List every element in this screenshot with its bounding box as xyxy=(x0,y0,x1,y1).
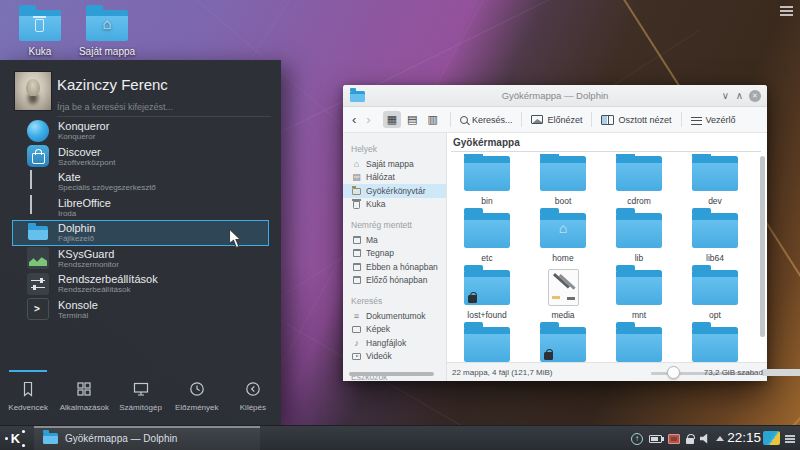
expand-tray-icon[interactable] xyxy=(716,436,724,441)
launcher-app-list: KonquerorKonqueror DiscoverSzoftverközpo… xyxy=(0,118,281,322)
split-view-icon xyxy=(601,115,614,125)
scrollbar-thumb[interactable] xyxy=(760,156,765,337)
tab-favorites[interactable]: Kedvencek xyxy=(0,368,56,420)
folder-item-mnt[interactable]: mnt xyxy=(601,268,677,325)
search-button[interactable]: Keresés... xyxy=(458,115,515,125)
folder-item-lib[interactable]: lib xyxy=(601,211,677,268)
folder-label: opt xyxy=(673,310,757,320)
network-icon: ▤ xyxy=(351,172,362,182)
folder-label: lib64 xyxy=(673,253,757,263)
forward-button[interactable]: › xyxy=(361,113,375,126)
sidebar-item-today[interactable]: Ma xyxy=(343,233,446,247)
folder-label: lost+found xyxy=(449,310,529,320)
view-heading: Gyökérmappa xyxy=(453,137,520,148)
compact-view-button[interactable]: ▤ xyxy=(403,111,421,128)
task-button-label: Gyökérmappa — Dolphin xyxy=(65,433,177,444)
lock-icon[interactable] xyxy=(686,438,694,444)
user-name: Kazinczy Ferenc xyxy=(57,76,168,93)
launcher-app-systemsettings[interactable]: RendszerbeállításokRendszerbeállítások xyxy=(0,271,281,297)
folder-icon xyxy=(616,156,662,191)
tab-applications[interactable]: Alkalmazások xyxy=(56,368,112,420)
sidebar-item-yesterday[interactable]: Tegnap xyxy=(343,247,446,261)
battery-icon[interactable] xyxy=(649,435,662,443)
sidebar-item-root[interactable]: Gyökérkönyvtár xyxy=(343,184,446,198)
folder-item[interactable] xyxy=(449,325,525,362)
folder-item[interactable] xyxy=(677,325,753,362)
app-description: Iroda xyxy=(58,209,111,218)
kate-icon xyxy=(30,170,32,189)
preview-button[interactable]: Előnézet xyxy=(529,115,584,125)
desktop-toolbox-icon[interactable] xyxy=(780,6,793,8)
folder-item-lib64[interactable]: lib64 xyxy=(677,211,753,268)
close-button[interactable]: ✕ xyxy=(749,90,761,102)
split-view-button[interactable]: Osztott nézet xyxy=(599,115,673,125)
tab-computer[interactable]: Számítógép xyxy=(112,368,168,420)
folder-item-bin[interactable]: bin xyxy=(449,154,525,211)
folder-item-cdrom[interactable]: cdrom xyxy=(601,154,677,211)
folder-item-boot[interactable]: boot xyxy=(525,154,601,211)
sidebar-item-videos[interactable]: Videók xyxy=(343,350,446,364)
minimize-button[interactable]: ∨ xyxy=(722,89,729,102)
dolphin-toolbar: ‹ › ▦ ▤ ▥ Keresés... Előnézet Osztott né… xyxy=(343,107,767,133)
libreoffice-icon xyxy=(30,195,32,214)
sidebar-item-network[interactable]: ▤Hálózat xyxy=(343,171,446,185)
user-avatar[interactable] xyxy=(14,71,52,111)
panel-menu-icon[interactable] xyxy=(785,435,795,437)
screen-layout-icon[interactable] xyxy=(668,434,680,444)
task-button-dolphin[interactable]: Gyökérmappa — Dolphin xyxy=(34,426,260,450)
folder-item[interactable] xyxy=(525,325,601,362)
folder-icon xyxy=(692,156,738,191)
launcher-app-discover[interactable]: DiscoverSzoftverközpont xyxy=(0,144,281,170)
launcher-app-konsole[interactable]: KonsoleTerminál xyxy=(0,297,281,323)
konqueror-icon xyxy=(27,120,49,142)
launcher-app-libreoffice[interactable]: LibreOfficeIroda xyxy=(0,195,281,221)
folder-item[interactable] xyxy=(601,325,677,362)
maximize-button[interactable]: ∧ xyxy=(736,89,743,102)
desktop-icon-trash[interactable]: Kuka xyxy=(5,4,75,57)
sidebar-item-this-month[interactable]: Ebben a hónapban xyxy=(343,260,446,274)
folder-icon xyxy=(692,270,738,305)
desktop-pager[interactable] xyxy=(763,431,780,445)
software-updates-icon[interactable]: ↑ xyxy=(631,433,643,445)
sidebar-item-home[interactable]: ⌂Saját mappa xyxy=(343,157,446,171)
calendar-icon xyxy=(351,263,362,271)
folder-item-opt[interactable]: opt xyxy=(677,268,753,325)
folder-item-dev[interactable]: dev xyxy=(677,154,753,211)
app-description: Konqueror xyxy=(58,132,109,141)
back-button[interactable]: ‹ xyxy=(347,113,361,126)
details-view-button[interactable]: ▥ xyxy=(424,111,442,128)
folder-item-home[interactable]: ⌂home xyxy=(525,211,601,268)
sidebar-item-trash[interactable]: Kuka xyxy=(343,198,446,212)
sidebar-item-last-month[interactable]: Előző hónapban xyxy=(343,274,446,288)
control-button[interactable]: Vezérlő xyxy=(689,115,738,125)
folder-icon xyxy=(616,270,662,305)
tab-history[interactable]: Előzmények xyxy=(169,368,225,420)
folder-label: home xyxy=(521,253,605,263)
sidebar-item-audio[interactable]: ♪Hangfájlok xyxy=(343,336,446,350)
folder-item-etc[interactable]: etc xyxy=(449,211,525,268)
sidebar-item-images[interactable]: Képek xyxy=(343,323,446,337)
tab-leave[interactable]: Kilépés xyxy=(225,368,281,420)
launcher-app-ksysguard[interactable]: KSysGuardRendszermonitor xyxy=(0,246,281,272)
media-file-icon xyxy=(548,269,579,306)
sidebar-item-documents[interactable]: ≡Dokumentumok xyxy=(343,309,446,323)
videos-icon xyxy=(351,353,362,360)
zoom-slider-handle[interactable] xyxy=(667,366,680,379)
window-titlebar[interactable]: Gyökérmappa — Dolphin ∨ ∧ ✕ xyxy=(343,85,767,107)
application-launcher-button[interactable]: K xyxy=(7,430,24,447)
search-button-label: Keresés... xyxy=(472,115,513,125)
app-name: LibreOffice xyxy=(58,197,111,209)
system-settings-icon xyxy=(27,273,49,295)
sidebar-item-label: Gyökérkönyvtár xyxy=(366,186,426,196)
folder-item-lost-found[interactable]: lost+found xyxy=(449,268,525,325)
digital-clock[interactable]: 22:15 xyxy=(727,430,761,445)
search-input[interactable]: Írja be a keresési kifejezést... xyxy=(57,102,173,112)
desktop-icon-home[interactable]: ⌂ Saját mappa xyxy=(72,4,142,57)
launcher-app-kate[interactable]: KateSpeciális szövegszerkesztő xyxy=(0,169,281,195)
launcher-app-konqueror[interactable]: KonquerorKonqueror xyxy=(0,118,281,144)
volume-icon[interactable] xyxy=(700,434,710,444)
icons-view-button[interactable]: ▦ xyxy=(383,111,401,128)
vertical-scrollbar[interactable] xyxy=(760,156,765,357)
sidebar-horizontal-scrollbar[interactable] xyxy=(349,372,434,376)
folder-item-media[interactable]: media xyxy=(525,268,601,325)
